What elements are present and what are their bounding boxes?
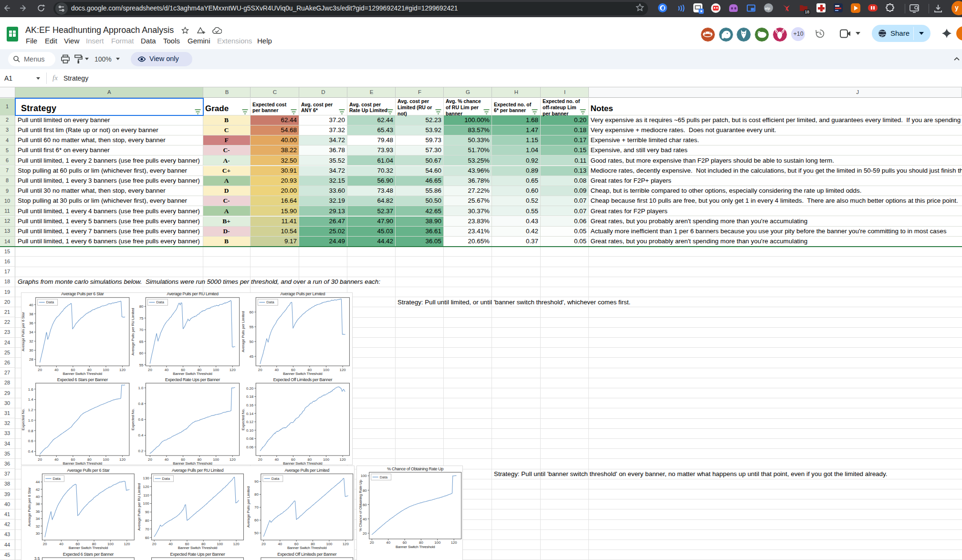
svg-text:Data: Data <box>162 476 170 480</box>
svg-text:Banner Switch Threshold: Banner Switch Threshold <box>69 546 108 550</box>
svg-text:100: 100 <box>323 457 330 462</box>
svg-text:Average Pulls per 6 Star: Average Pulls per 6 Star <box>21 312 25 352</box>
svg-text:Banner Switch Threshold: Banner Switch Threshold <box>283 461 322 465</box>
svg-text:Expected Rate Ups per Banner: Expected Rate Ups per Banner <box>165 377 220 382</box>
svg-text:1.0: 1.0 <box>28 418 34 423</box>
svg-text:Average Pulls per RU Limited: Average Pulls per RU Limited <box>172 467 223 472</box>
svg-text:Data: Data <box>156 300 164 304</box>
svg-text:100: 100 <box>103 457 109 462</box>
svg-text:40: 40 <box>363 517 367 521</box>
svg-text:0.8: 0.8 <box>138 402 144 406</box>
svg-text:Data: Data <box>272 476 280 480</box>
svg-text:Average Pulls per RU Limited: Average Pulls per RU Limited <box>167 292 218 296</box>
svg-text:100: 100 <box>323 368 330 372</box>
svg-text:20: 20 <box>43 541 47 546</box>
svg-text:70: 70 <box>139 328 144 332</box>
svg-text:Expected Rate Ups per Banner: Expected Rate Ups per Banner <box>170 551 225 556</box>
svg-text:Banner Switch Threshold: Banner Switch Threshold <box>283 372 322 376</box>
svg-text:130: 130 <box>143 476 150 480</box>
svg-text:0.08: 0.08 <box>246 436 253 441</box>
svg-text:40: 40 <box>54 457 59 462</box>
svg-text:55: 55 <box>250 325 254 329</box>
svg-text:65: 65 <box>139 340 144 344</box>
svg-text:0.6: 0.6 <box>138 417 144 422</box>
svg-text:80: 80 <box>363 488 367 492</box>
svg-text:1.6: 1.6 <box>28 387 33 392</box>
svg-text:20: 20 <box>363 531 367 535</box>
svg-text:50: 50 <box>254 531 259 535</box>
svg-text:75: 75 <box>139 316 144 321</box>
svg-text:120: 120 <box>340 457 346 462</box>
svg-text:120: 120 <box>230 457 236 462</box>
svg-text:36: 36 <box>29 321 33 325</box>
svg-text:110: 110 <box>143 493 149 497</box>
svg-text:1.2: 1.2 <box>28 408 33 412</box>
svg-text:0.4: 0.4 <box>138 433 144 437</box>
svg-text:100: 100 <box>326 541 333 546</box>
svg-text:40: 40 <box>168 541 173 546</box>
svg-text:40: 40 <box>29 303 33 307</box>
svg-text:Average Pulls per Limited: Average Pulls per Limited <box>280 292 325 296</box>
svg-text:3.5: 3.5 <box>34 556 40 560</box>
svg-text:30: 30 <box>29 348 33 353</box>
svg-text:0.10: 0.10 <box>246 428 254 433</box>
svg-text:Banner Switch Threshold: Banner Switch Threshold <box>63 461 102 465</box>
svg-text:80: 80 <box>254 492 259 497</box>
svg-text:40: 40 <box>274 457 279 462</box>
svg-text:0.8: 0.8 <box>28 429 33 433</box>
svg-text:120: 120 <box>119 368 126 372</box>
svg-text:60: 60 <box>254 518 259 522</box>
svg-text:20: 20 <box>258 457 262 462</box>
svg-text:100: 100 <box>103 368 109 372</box>
svg-text:60: 60 <box>250 310 254 314</box>
svg-text:120: 120 <box>124 541 130 546</box>
svg-text:90: 90 <box>254 479 259 484</box>
svg-text:20: 20 <box>370 540 374 545</box>
svg-text:42: 42 <box>36 487 40 491</box>
svg-text:Expected No.: Expected No. <box>131 408 135 430</box>
svg-text:Data: Data <box>46 300 54 304</box>
svg-text:Average Pulls per RU Limited: Average Pulls per RU Limited <box>137 483 141 530</box>
svg-text:120: 120 <box>119 457 126 462</box>
svg-text:1.0: 1.0 <box>138 386 144 390</box>
svg-text:Average Pulls per 6 Star: Average Pulls per 6 Star <box>61 292 104 296</box>
svg-text:% Chance of Obtaining Rate Up: % Chance of Obtaining Rate Up <box>387 466 443 471</box>
svg-text:Data: Data <box>52 476 61 480</box>
svg-text:80: 80 <box>139 304 144 309</box>
svg-text:60: 60 <box>363 502 367 507</box>
svg-text:34: 34 <box>36 517 40 521</box>
svg-text:Average Pulls per Limited: Average Pulls per Limited <box>246 486 251 527</box>
svg-text:100: 100 <box>213 368 220 372</box>
svg-text:70: 70 <box>254 505 259 509</box>
svg-text:Expected Off Limiteds per Bann: Expected Off Limiteds per Banner <box>273 377 332 382</box>
svg-text:44: 44 <box>36 480 40 484</box>
svg-text:100: 100 <box>213 457 220 462</box>
svg-text:0.12: 0.12 <box>246 420 253 424</box>
svg-text:100: 100 <box>143 501 150 506</box>
svg-text:Average Pulls per RU Limited: Average Pulls per RU Limited <box>131 308 135 355</box>
svg-text:100: 100 <box>361 474 367 478</box>
svg-text:40: 40 <box>386 540 390 545</box>
svg-text:20: 20 <box>148 368 152 372</box>
svg-text:Expected 6 Stars per Banner: Expected 6 Stars per Banner <box>57 377 108 382</box>
svg-text:90: 90 <box>145 510 149 514</box>
svg-text:36: 36 <box>36 509 40 513</box>
svg-text:80: 80 <box>145 519 149 523</box>
svg-text:120: 120 <box>233 541 240 546</box>
svg-text:20: 20 <box>148 457 152 462</box>
svg-text:Expected 6 Stars per Banner: Expected 6 Stars per Banner <box>63 551 114 556</box>
svg-text:55: 55 <box>139 363 144 367</box>
svg-text:20: 20 <box>258 368 262 372</box>
svg-text:40: 40 <box>165 457 169 462</box>
svg-text:40: 40 <box>54 368 59 372</box>
svg-text:0.20: 0.20 <box>246 386 254 391</box>
svg-text:20: 20 <box>38 368 42 372</box>
svg-text:Banner Switch Threshold: Banner Switch Threshold <box>287 546 326 550</box>
svg-text:Banner Switch Threshold: Banner Switch Threshold <box>63 372 102 376</box>
svg-text:Banner Switch Threshold: Banner Switch Threshold <box>173 461 212 465</box>
svg-text:0.18: 0.18 <box>246 394 253 399</box>
svg-text:1.4: 1.4 <box>28 397 34 402</box>
svg-text:38: 38 <box>36 502 40 506</box>
svg-text:0.4: 0.4 <box>28 449 34 454</box>
svg-text:32: 32 <box>36 524 40 528</box>
